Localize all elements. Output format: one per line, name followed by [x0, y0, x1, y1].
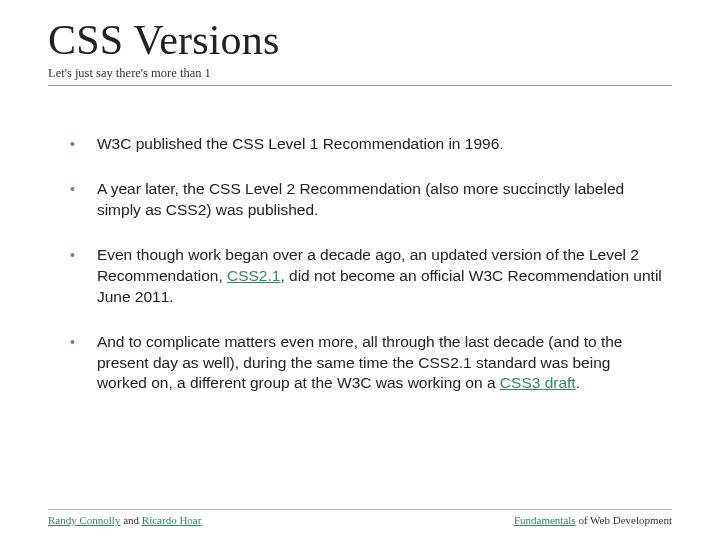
- bullet-icon: •: [70, 245, 75, 266]
- bullet-item: • W3C published the CSS Level 1 Recommen…: [48, 134, 672, 155]
- bullet-item: • A year later, the CSS Level 2 Recommen…: [48, 179, 672, 221]
- bullet-icon: •: [70, 179, 75, 200]
- bullet-icon: •: [70, 134, 75, 155]
- link-css21[interactable]: CSS2.1: [227, 267, 280, 284]
- footer: Randy Connolly and Ricardo Hoar Fundamen…: [48, 509, 672, 526]
- bullet-item: • Even though work began over a decade a…: [48, 245, 672, 308]
- footer-right: Fundamentals of Web Development: [514, 514, 672, 526]
- footer-book-link[interactable]: Fundamentals: [514, 514, 576, 526]
- bullet-text: A year later, the CSS Level 2 Recommenda…: [97, 179, 662, 221]
- text-fragment: and: [120, 514, 141, 526]
- footer-author-link[interactable]: Ricardo Hoar: [142, 514, 202, 526]
- text-fragment: of Web Development: [576, 514, 672, 526]
- bullet-text: W3C published the CSS Level 1 Recommenda…: [97, 134, 662, 155]
- link-css3-draft[interactable]: CSS3 draft: [500, 374, 576, 391]
- text-fragment: .: [576, 374, 580, 391]
- footer-left: Randy Connolly and Ricardo Hoar: [48, 514, 201, 526]
- slide-title: CSS Versions: [48, 16, 672, 64]
- slide-body: • W3C published the CSS Level 1 Recommen…: [48, 134, 672, 394]
- footer-author-link[interactable]: Randy Connolly: [48, 514, 120, 526]
- title-block: CSS Versions Let's just say there's more…: [48, 16, 672, 86]
- bullet-item: • And to complicate matters even more, a…: [48, 332, 672, 395]
- bullet-text: And to complicate matters even more, all…: [97, 332, 662, 395]
- slide: CSS Versions Let's just say there's more…: [0, 0, 720, 540]
- bullet-icon: •: [70, 332, 75, 353]
- bullet-text: Even though work began over a decade ago…: [97, 245, 662, 308]
- slide-subtitle: Let's just say there's more than 1: [48, 66, 672, 81]
